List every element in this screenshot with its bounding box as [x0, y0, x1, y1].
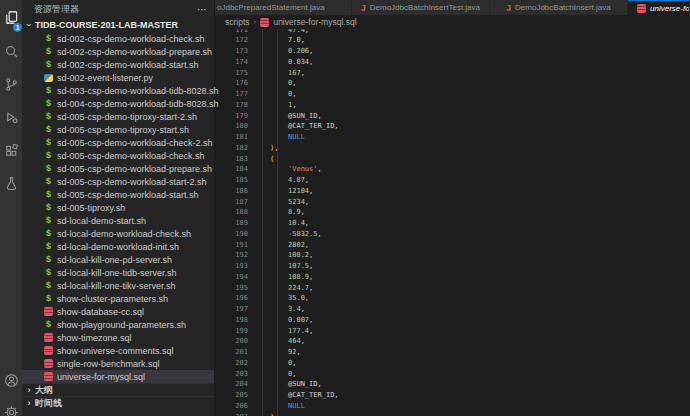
account-icon[interactable]: [0, 366, 22, 394]
code-line-204[interactable]: 204 @SUN_ID,: [215, 379, 690, 390]
tab-label: oJdbcPreparedStatement.java: [217, 3, 325, 12]
line-number: 198: [215, 315, 248, 326]
code-line-190[interactable]: 190 -5832.5,: [215, 229, 690, 240]
sidebar-file-sd-local-demo-start.sh[interactable]: $ sd-local-demo-start.sh: [22, 214, 214, 227]
sidebar-file-show-playground-parameters.sh[interactable]: $ show-playground-parameters.sh: [22, 318, 214, 331]
code-line-206[interactable]: 206 NULL: [215, 401, 690, 412]
run-debug-icon[interactable]: [0, 103, 22, 131]
code-line-207[interactable]: 207 ): [215, 412, 690, 416]
code-editor[interactable]: 171 47.4, 172 7.0, 173 0.206, 174 0.034,…: [215, 29, 690, 416]
sidebar-file-show-universe-comments.sql[interactable]: show-universe-comments.sql: [22, 344, 214, 357]
code-line-173[interactable]: 173 0.206,: [215, 46, 690, 57]
code-line-189[interactable]: 189 10.4,: [215, 218, 690, 229]
code-line-177[interactable]: 177 0,: [215, 89, 690, 100]
sidebar-file-sd-003-csp-demo-workload-tidb-8028.sh[interactable]: $ sd-003-csp-demo-workload-tidb-8028.sh: [22, 84, 214, 97]
line-number: 179: [215, 111, 248, 122]
sidebar-file-sd-005-csp-demo-workload-prepare.sh[interactable]: $ sd-005-csp-demo-workload-prepare.sh: [22, 162, 214, 175]
sidebar-file-show-database-cc.sql[interactable]: show-database-cc.sql: [22, 305, 214, 318]
sidebar-file-sd-002-csp-demo-workload-check.sh[interactable]: $ sd-002-csp-demo-workload-check.sh: [22, 32, 214, 45]
line-content: NULL: [262, 401, 305, 412]
sidebar-file-sd-local-demo-workload-check.sh[interactable]: $ sd-local-demo-workload-check.sh: [22, 227, 214, 240]
file-type-icon: $: [44, 125, 53, 134]
sidebar-file-sd-005-csp-demo-workload-start.sh[interactable]: $ sd-005-csp-demo-workload-start.sh: [22, 188, 214, 201]
tab-universe-for-mysql.sql[interactable]: universe-for-mysql.sql: [628, 0, 690, 15]
code-line-198[interactable]: 198 0.007,: [215, 315, 690, 326]
java-icon: J: [506, 3, 511, 13]
file-type-icon: $: [44, 190, 53, 199]
sidebar-file-sd-002-csp-demo-workload-prepare.sh[interactable]: $ sd-002-csp-demo-workload-prepare.sh: [22, 45, 214, 58]
code-line-176[interactable]: 176 0,: [215, 78, 690, 89]
code-line-175[interactable]: 175 167,: [215, 68, 690, 79]
code-line-203[interactable]: 203 0,: [215, 369, 690, 380]
code-line-195[interactable]: 195 224.7,: [215, 283, 690, 294]
code-line-196[interactable]: 196 35.0,: [215, 293, 690, 304]
code-line-192[interactable]: 192 108.2,: [215, 250, 690, 261]
explorer-more-actions-icon[interactable]: ⋯: [197, 4, 208, 15]
sidebar-section-时间线[interactable]: › 时间线: [22, 396, 214, 409]
sidebar-file-sd-local-demo-workload-init.sh[interactable]: $ sd-local-demo-workload-init.sh: [22, 240, 214, 253]
tab-DemoJdbcBatchInsertTest.java[interactable]: J DemoJdbcBatchInsertTest.java: [352, 0, 490, 15]
code-line-191[interactable]: 191 2802,: [215, 240, 690, 251]
breadcrumb-folder[interactable]: scripts: [225, 17, 250, 27]
sidebar-file-universe-for-mysql.sql[interactable]: universe-for-mysql.sql: [22, 370, 214, 383]
line-content: NULL: [262, 132, 305, 143]
tab-oJdbcPreparedStatement.java[interactable]: oJdbcPreparedStatement.java: [215, 0, 352, 15]
code-line-183[interactable]: 183 (: [215, 154, 690, 165]
code-line-200[interactable]: 200 464,: [215, 336, 690, 347]
sidebar-file-sd-005-csp-demo-workload-check.sh[interactable]: $ sd-005-csp-demo-workload-check.sh: [22, 149, 214, 162]
source-control-icon[interactable]: [0, 70, 22, 98]
sidebar-file-sd-local-kill-one-tidb-server.sh[interactable]: $ sd-local-kill-one-tidb-server.sh: [22, 266, 214, 279]
root-folder-header[interactable]: › TIDB-COURSE-201-LAB-MASTER: [22, 18, 214, 32]
sidebar-file-show-cluster-parameters.sh[interactable]: $ show-cluster-parameters.sh: [22, 292, 214, 305]
code-line-186[interactable]: 186 12104,: [215, 186, 690, 197]
code-line-193[interactable]: 193 107.5,: [215, 261, 690, 272]
code-line-187[interactable]: 187 5234,: [215, 197, 690, 208]
file-name-label: sd-003-csp-demo-workload-tidb-8028.sh: [57, 86, 219, 96]
file-type-icon: [44, 346, 53, 355]
sidebar-file-sd-local-kill-one-pd-server.sh[interactable]: $ sd-local-kill-one-pd-server.sh: [22, 253, 214, 266]
code-line-172[interactable]: 172 7.0,: [215, 35, 690, 46]
sidebar-file-sd-002-event-listener.py[interactable]: sd-002-event-listener.py: [22, 71, 214, 84]
code-line-201[interactable]: 201 92,: [215, 347, 690, 358]
breadcrumb-file[interactable]: universe-for-mysql.sql: [273, 17, 356, 27]
code-line-202[interactable]: 202 0,: [215, 358, 690, 369]
testing-icon[interactable]: [0, 169, 22, 197]
code-line-178[interactable]: 178 1,: [215, 100, 690, 111]
sidebar-file-sd-004-csp-demo-workload-tidb-8028.sh[interactable]: $ sd-004-csp-demo-workload-tidb-8028.sh: [22, 97, 214, 110]
sidebar-file-single-row-benchmark.sql[interactable]: single-row-benchmark.sql: [22, 357, 214, 370]
line-content: 12104,: [262, 186, 313, 197]
code-line-194[interactable]: 194 108.9,: [215, 272, 690, 283]
sidebar-section-大纲[interactable]: › 大纲: [22, 383, 214, 396]
line-number: 174: [215, 57, 248, 68]
explorer-icon[interactable]: 1: [0, 3, 22, 31]
sidebar-file-sd-002-csp-demo-workload-start.sh[interactable]: $ sd-002-csp-demo-workload-start.sh: [22, 58, 214, 71]
sidebar-file-sd-005-tiproxy.sh[interactable]: $ sd-005-tiproxy.sh: [22, 201, 214, 214]
sidebar-file-sd-local-kill-one-tikv-server.sh[interactable]: $ sd-local-kill-one-tikv-server.sh: [22, 279, 214, 292]
search-icon[interactable]: [0, 37, 22, 65]
code-line-205[interactable]: 205 @CAT_TER_ID,: [215, 390, 690, 401]
line-content: 464,: [262, 336, 305, 347]
extensions-icon[interactable]: [0, 136, 22, 164]
file-name-label: sd-002-csp-demo-workload-start.sh: [57, 60, 199, 70]
code-line-197[interactable]: 197 3.4,: [215, 304, 690, 315]
code-line-174[interactable]: 174 0.034,: [215, 57, 690, 68]
code-line-199[interactable]: 199 177.4,: [215, 326, 690, 337]
code-line-185[interactable]: 185 4.87,: [215, 175, 690, 186]
code-line-188[interactable]: 188 8.9,: [215, 207, 690, 218]
sidebar-file-sd-005-csp-demo-tiproxy-start.sh[interactable]: $ sd-005-csp-demo-tiproxy-start.sh: [22, 123, 214, 136]
line-number: 187: [215, 197, 248, 208]
tab-label: DemoJdbcBatchInsert.java: [515, 3, 611, 12]
line-content: 2802,: [262, 240, 309, 251]
code-line-181[interactable]: 181 NULL: [215, 132, 690, 143]
settings-gear-icon[interactable]: 1: [0, 398, 22, 416]
sidebar-file-sd-005-csp-demo-workload-check-2.sh[interactable]: $ sd-005-csp-demo-workload-check-2.sh: [22, 136, 214, 149]
code-line-182[interactable]: 182 ),: [215, 143, 690, 154]
code-line-184[interactable]: 184 'Venus',: [215, 164, 690, 175]
activity-bar: 1: [0, 0, 22, 416]
code-line-180[interactable]: 180 @CAT_TER_ID,: [215, 121, 690, 132]
sidebar-file-sd-005-csp-demo-workload-start-2.sh[interactable]: $ sd-005-csp-demo-workload-start-2.sh: [22, 175, 214, 188]
sidebar-file-sd-005-csp-demo-tiproxy-start-2.sh[interactable]: $ sd-005-csp-demo-tiproxy-start-2.sh: [22, 110, 214, 123]
code-line-179[interactable]: 179 @SUN_ID,: [215, 111, 690, 122]
sidebar-file-show-timezone.sql[interactable]: show-timezone.sql: [22, 331, 214, 344]
tab-DemoJdbcBatchInsert.java[interactable]: J DemoJdbcBatchInsert.java: [490, 0, 628, 15]
